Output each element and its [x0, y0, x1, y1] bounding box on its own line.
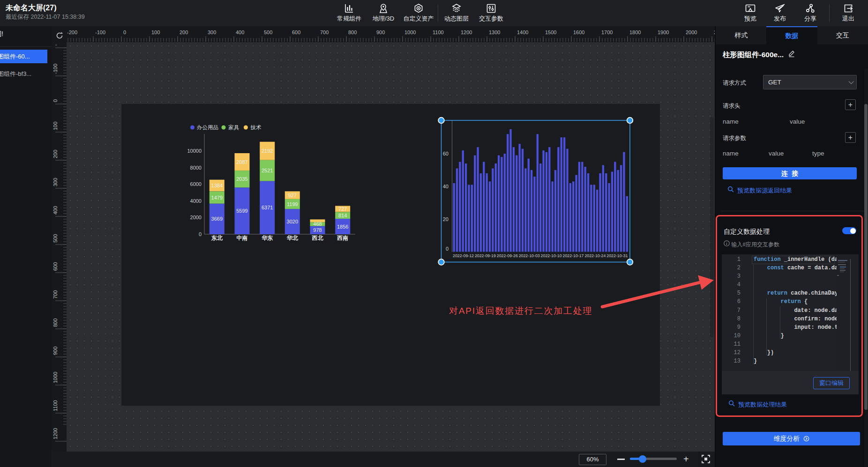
svg-text:1856: 1856: [337, 224, 348, 230]
svg-text:727: 727: [338, 206, 347, 212]
svg-text:华东: 华东: [261, 235, 273, 241]
svg-text:2000: 2000: [190, 215, 202, 220]
svg-text:600: 600: [292, 30, 300, 35]
svg-text:2022-10-31: 2022-10-31: [606, 253, 628, 258]
svg-text:0: 0: [52, 99, 58, 102]
svg-text:400: 400: [52, 206, 58, 215]
svg-text:814: 814: [338, 213, 347, 218]
svg-text:900: 900: [52, 347, 58, 355]
svg-text:中南: 中南: [237, 235, 248, 241]
svg-text:1700: 1700: [601, 30, 613, 35]
svg-text:2000: 2000: [686, 30, 697, 35]
svg-text:1479: 1479: [211, 195, 223, 200]
svg-text:700: 700: [52, 290, 58, 299]
svg-text:1900: 1900: [658, 30, 669, 35]
svg-text:100: 100: [52, 122, 58, 130]
svg-text:300: 300: [208, 30, 216, 35]
svg-text:2022-10-24: 2022-10-24: [584, 253, 606, 258]
svg-text:西北: 西北: [312, 235, 324, 241]
svg-text:800: 800: [52, 319, 58, 327]
svg-text:300: 300: [52, 178, 58, 186]
svg-text:100: 100: [151, 30, 160, 35]
svg-text:-100: -100: [95, 30, 105, 35]
svg-text:1199: 1199: [287, 201, 298, 207]
svg-text:500: 500: [264, 30, 272, 35]
svg-text:5599: 5599: [236, 208, 247, 214]
svg-text:20: 20: [443, 216, 449, 222]
svg-text:900: 900: [376, 30, 385, 35]
svg-text:华北: 华北: [286, 235, 299, 241]
svg-text:0: 0: [446, 246, 449, 252]
svg-text:2022-10-10: 2022-10-10: [541, 253, 562, 258]
svg-text:2022-10-03: 2022-10-03: [519, 253, 540, 258]
svg-text:6000: 6000: [190, 181, 202, 187]
svg-text:1000: 1000: [52, 372, 58, 383]
svg-text:1500: 1500: [545, 30, 556, 35]
svg-text:2022-09-12: 2022-09-12: [453, 253, 474, 258]
svg-text:-100: -100: [52, 64, 58, 74]
svg-text:200: 200: [52, 150, 58, 158]
svg-text:500: 500: [52, 234, 58, 243]
svg-text:400: 400: [236, 30, 244, 35]
svg-text:8000: 8000: [190, 165, 202, 170]
svg-text:2022-09-19: 2022-09-19: [475, 253, 496, 258]
svg-text:东北: 东北: [211, 235, 223, 241]
svg-text:2087: 2087: [236, 159, 247, 165]
svg-text:1200: 1200: [461, 30, 472, 35]
svg-text:1600: 1600: [573, 30, 584, 35]
svg-text:4000: 4000: [190, 198, 202, 204]
svg-text:1000: 1000: [404, 30, 416, 35]
svg-text:办公用品: 办公用品: [197, 125, 218, 130]
svg-text:978: 978: [313, 227, 322, 233]
svg-text:200: 200: [180, 30, 188, 35]
svg-text:10000: 10000: [187, 148, 202, 154]
svg-text:0: 0: [123, 30, 126, 35]
svg-text:600: 600: [52, 262, 58, 271]
svg-text:3669: 3669: [211, 216, 223, 222]
svg-text:家具: 家具: [228, 125, 239, 131]
svg-text:2035: 2035: [236, 176, 247, 182]
svg-text:技术: 技术: [250, 125, 262, 130]
svg-text:0: 0: [199, 231, 202, 237]
svg-text:700: 700: [320, 30, 329, 35]
svg-text:2022-10-17: 2022-10-17: [563, 253, 584, 258]
svg-text:6371: 6371: [262, 205, 273, 210]
svg-text:1400: 1400: [517, 30, 528, 35]
svg-text:1300: 1300: [489, 30, 500, 35]
svg-text:西南: 西南: [337, 235, 348, 241]
svg-text:1100: 1100: [52, 400, 58, 411]
svg-text:800: 800: [348, 30, 357, 35]
svg-text:2192: 2192: [262, 148, 273, 154]
svg-text:60: 60: [443, 151, 449, 156]
svg-text:1800: 1800: [629, 30, 641, 35]
svg-text:3020: 3020: [287, 219, 298, 224]
svg-text:-200: -200: [67, 30, 77, 35]
svg-text:-: -: [52, 44, 58, 46]
svg-text:1384: 1384: [211, 183, 223, 188]
svg-text:2521: 2521: [262, 168, 273, 173]
svg-text:1100: 1100: [433, 30, 444, 35]
svg-text:40: 40: [443, 184, 449, 189]
svg-text:1200: 1200: [52, 428, 58, 439]
svg-text:2022-09-26: 2022-09-26: [497, 253, 518, 258]
svg-text:927: 927: [288, 193, 297, 198]
